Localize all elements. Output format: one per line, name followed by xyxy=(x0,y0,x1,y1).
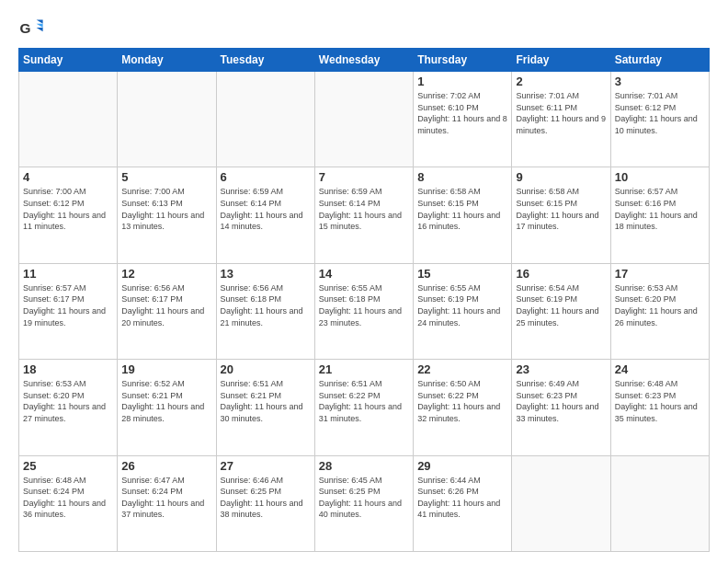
day-info: Sunrise: 6:59 AM Sunset: 6:14 PM Dayligh… xyxy=(221,186,311,232)
weekday-header-monday: Monday xyxy=(118,49,216,72)
calendar-cell: 18Sunrise: 6:53 AM Sunset: 6:20 PM Dayli… xyxy=(19,360,118,455)
calendar-cell: 10Sunrise: 6:57 AM Sunset: 6:16 PM Dayli… xyxy=(610,167,709,263)
calendar-cell: 17Sunrise: 6:53 AM Sunset: 6:20 PM Dayli… xyxy=(610,263,709,359)
calendar-cell xyxy=(512,455,610,551)
weekday-header-saturday: Saturday xyxy=(610,49,709,72)
day-info: Sunrise: 6:55 AM Sunset: 6:18 PM Dayligh… xyxy=(319,282,409,328)
weekday-header-tuesday: Tuesday xyxy=(216,49,314,72)
day-info: Sunrise: 7:01 AM Sunset: 6:11 PM Dayligh… xyxy=(516,90,606,136)
calendar-cell xyxy=(19,72,118,167)
day-info: Sunrise: 6:58 AM Sunset: 6:15 PM Dayligh… xyxy=(417,186,507,232)
day-number: 5 xyxy=(121,170,211,184)
day-info: Sunrise: 6:53 AM Sunset: 6:20 PM Dayligh… xyxy=(615,282,705,328)
day-number: 19 xyxy=(121,362,211,376)
svg-marker-3 xyxy=(37,28,43,31)
calendar-cell: 26Sunrise: 6:47 AM Sunset: 6:24 PM Dayli… xyxy=(118,455,216,551)
day-number: 14 xyxy=(319,267,409,281)
day-number: 3 xyxy=(615,75,705,88)
calendar-cell: 21Sunrise: 6:51 AM Sunset: 6:22 PM Dayli… xyxy=(314,360,413,455)
day-number: 15 xyxy=(417,267,507,281)
day-number: 2 xyxy=(516,75,606,88)
day-number: 28 xyxy=(319,459,409,473)
day-number: 6 xyxy=(221,170,311,184)
day-number: 27 xyxy=(221,459,311,473)
day-number: 12 xyxy=(121,267,211,281)
day-info: Sunrise: 7:02 AM Sunset: 6:10 PM Dayligh… xyxy=(417,90,507,136)
calendar-cell xyxy=(610,455,709,551)
logo-icon: G xyxy=(18,15,44,40)
calendar-cell: 23Sunrise: 6:49 AM Sunset: 6:23 PM Dayli… xyxy=(512,360,610,455)
calendar-cell: 25Sunrise: 6:48 AM Sunset: 6:24 PM Dayli… xyxy=(19,455,118,551)
calendar-cell: 27Sunrise: 6:46 AM Sunset: 6:25 PM Dayli… xyxy=(216,455,314,551)
calendar-cell: 6Sunrise: 6:59 AM Sunset: 6:14 PM Daylig… xyxy=(216,167,314,263)
calendar-cell: 28Sunrise: 6:45 AM Sunset: 6:25 PM Dayli… xyxy=(314,455,413,551)
day-number: 21 xyxy=(319,362,409,376)
day-info: Sunrise: 6:44 AM Sunset: 6:26 PM Dayligh… xyxy=(417,475,507,521)
calendar-cell xyxy=(118,72,216,167)
day-info: Sunrise: 7:00 AM Sunset: 6:12 PM Dayligh… xyxy=(23,186,113,232)
calendar-cell: 4Sunrise: 7:00 AM Sunset: 6:12 PM Daylig… xyxy=(19,167,118,263)
day-info: Sunrise: 6:51 AM Sunset: 6:21 PM Dayligh… xyxy=(221,378,311,424)
calendar-cell: 16Sunrise: 6:54 AM Sunset: 6:19 PM Dayli… xyxy=(512,263,610,359)
day-info: Sunrise: 6:57 AM Sunset: 6:16 PM Dayligh… xyxy=(615,186,705,232)
day-info: Sunrise: 6:53 AM Sunset: 6:20 PM Dayligh… xyxy=(23,378,113,424)
day-number: 4 xyxy=(23,170,113,184)
calendar-table: SundayMondayTuesdayWednesdayThursdayFrid… xyxy=(18,48,710,552)
day-info: Sunrise: 7:00 AM Sunset: 6:13 PM Dayligh… xyxy=(121,186,211,232)
weekday-header-friday: Friday xyxy=(512,49,610,72)
day-number: 7 xyxy=(319,170,409,184)
weekday-header-sunday: Sunday xyxy=(19,49,118,72)
day-info: Sunrise: 6:52 AM Sunset: 6:21 PM Dayligh… xyxy=(121,378,211,424)
week-row-4: 18Sunrise: 6:53 AM Sunset: 6:20 PM Dayli… xyxy=(19,360,710,455)
calendar-cell: 11Sunrise: 6:57 AM Sunset: 6:17 PM Dayli… xyxy=(19,263,118,359)
calendar-cell: 3Sunrise: 7:01 AM Sunset: 6:12 PM Daylig… xyxy=(610,72,709,167)
calendar-cell: 24Sunrise: 6:48 AM Sunset: 6:23 PM Dayli… xyxy=(610,360,709,455)
day-number: 17 xyxy=(615,267,705,281)
calendar-cell: 8Sunrise: 6:58 AM Sunset: 6:15 PM Daylig… xyxy=(414,167,512,263)
day-info: Sunrise: 6:51 AM Sunset: 6:22 PM Dayligh… xyxy=(319,378,409,424)
calendar-cell: 14Sunrise: 6:55 AM Sunset: 6:18 PM Dayli… xyxy=(314,263,413,359)
calendar-cell: 29Sunrise: 6:44 AM Sunset: 6:26 PM Dayli… xyxy=(414,455,512,551)
day-info: Sunrise: 6:57 AM Sunset: 6:17 PM Dayligh… xyxy=(23,282,113,328)
day-number: 29 xyxy=(417,459,507,473)
header: G xyxy=(18,15,710,40)
weekday-header-wednesday: Wednesday xyxy=(314,49,413,72)
calendar-cell: 15Sunrise: 6:55 AM Sunset: 6:19 PM Dayli… xyxy=(414,263,512,359)
week-row-5: 25Sunrise: 6:48 AM Sunset: 6:24 PM Dayli… xyxy=(19,455,710,551)
calendar-cell: 19Sunrise: 6:52 AM Sunset: 6:21 PM Dayli… xyxy=(118,360,216,455)
day-number: 16 xyxy=(516,267,606,281)
day-number: 13 xyxy=(221,267,311,281)
page: G SundayMondayTuesdayWednesdayThursdayFr… xyxy=(0,0,728,563)
day-number: 23 xyxy=(516,362,606,376)
day-info: Sunrise: 6:50 AM Sunset: 6:22 PM Dayligh… xyxy=(417,378,507,424)
svg-marker-1 xyxy=(37,20,43,24)
day-info: Sunrise: 6:56 AM Sunset: 6:18 PM Dayligh… xyxy=(221,282,311,328)
svg-marker-2 xyxy=(37,24,43,28)
day-info: Sunrise: 6:46 AM Sunset: 6:25 PM Dayligh… xyxy=(221,475,311,521)
calendar-cell: 9Sunrise: 6:58 AM Sunset: 6:15 PM Daylig… xyxy=(512,167,610,263)
day-info: Sunrise: 6:49 AM Sunset: 6:23 PM Dayligh… xyxy=(516,378,606,424)
calendar-cell: 22Sunrise: 6:50 AM Sunset: 6:22 PM Dayli… xyxy=(414,360,512,455)
calendar-cell xyxy=(314,72,413,167)
calendar-cell: 12Sunrise: 6:56 AM Sunset: 6:17 PM Dayli… xyxy=(118,263,216,359)
logo: G xyxy=(18,15,48,40)
day-info: Sunrise: 6:58 AM Sunset: 6:15 PM Dayligh… xyxy=(516,186,606,232)
weekday-header-thursday: Thursday xyxy=(414,49,512,72)
day-info: Sunrise: 6:55 AM Sunset: 6:19 PM Dayligh… xyxy=(417,282,507,328)
calendar-cell: 1Sunrise: 7:02 AM Sunset: 6:10 PM Daylig… xyxy=(414,72,512,167)
calendar-cell xyxy=(216,72,314,167)
day-number: 22 xyxy=(417,362,507,376)
day-info: Sunrise: 6:48 AM Sunset: 6:23 PM Dayligh… xyxy=(615,378,705,424)
day-info: Sunrise: 6:56 AM Sunset: 6:17 PM Dayligh… xyxy=(121,282,211,328)
day-info: Sunrise: 7:01 AM Sunset: 6:12 PM Dayligh… xyxy=(615,90,705,136)
calendar-cell: 5Sunrise: 7:00 AM Sunset: 6:13 PM Daylig… xyxy=(118,167,216,263)
weekday-header-row: SundayMondayTuesdayWednesdayThursdayFrid… xyxy=(19,49,710,72)
calendar-cell: 13Sunrise: 6:56 AM Sunset: 6:18 PM Dayli… xyxy=(216,263,314,359)
day-number: 25 xyxy=(23,459,113,473)
day-info: Sunrise: 6:45 AM Sunset: 6:25 PM Dayligh… xyxy=(319,475,409,521)
day-number: 1 xyxy=(417,75,507,88)
day-number: 9 xyxy=(516,170,606,184)
calendar-cell: 7Sunrise: 6:59 AM Sunset: 6:14 PM Daylig… xyxy=(314,167,413,263)
day-number: 10 xyxy=(615,170,705,184)
week-row-2: 4Sunrise: 7:00 AM Sunset: 6:12 PM Daylig… xyxy=(19,167,710,263)
